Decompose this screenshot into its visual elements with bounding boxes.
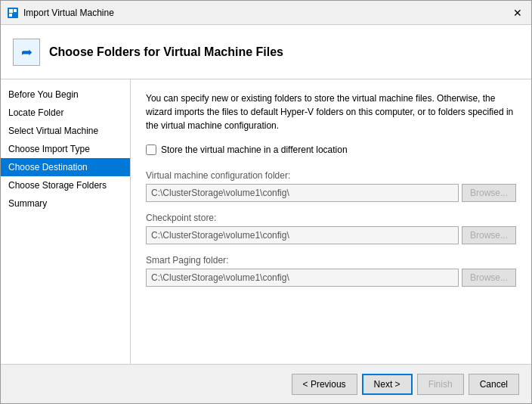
description-text: You can specify new or existing folders … bbox=[146, 92, 516, 132]
previous-button[interactable]: < Previous bbox=[292, 374, 357, 395]
header-icon: ➦ bbox=[13, 39, 40, 66]
sidebar-item-select-vm[interactable]: Select Virtual Machine bbox=[1, 122, 130, 140]
smart-paging-label: Smart Paging folder: bbox=[146, 255, 516, 266]
vm-config-row: Browse... bbox=[146, 184, 516, 202]
sidebar-item-summary[interactable]: Summary bbox=[1, 194, 130, 213]
header-title: Choose Folders for Virtual Machine Files bbox=[49, 45, 283, 59]
vm-config-label: Virtual machine configuration folder: bbox=[146, 170, 516, 181]
vm-config-browse-button[interactable]: Browse... bbox=[462, 184, 516, 202]
checkpoint-row: Browse... bbox=[146, 226, 516, 244]
smart-paging-input[interactable] bbox=[146, 269, 459, 287]
checkpoint-browse-button[interactable]: Browse... bbox=[462, 226, 516, 244]
footer: < Previous Next > Finish Cancel bbox=[1, 364, 531, 403]
title-bar: Import Virtual Machine ✕ bbox=[1, 1, 531, 25]
window-title: Import Virtual Machine bbox=[23, 8, 114, 18]
different-location-label[interactable]: Store the virtual machine in a different… bbox=[161, 145, 348, 155]
finish-button[interactable]: Finish bbox=[417, 374, 464, 395]
main-content: Before You Begin Locate Folder Select Vi… bbox=[1, 79, 531, 364]
vm-config-input[interactable] bbox=[146, 184, 459, 202]
close-button[interactable]: ✕ bbox=[510, 5, 525, 20]
different-location-row: Store the virtual machine in a different… bbox=[146, 145, 516, 155]
vm-config-folder-group: Virtual machine configuration folder: Br… bbox=[146, 170, 516, 202]
checkpoint-folder-group: Checkpoint store: Browse... bbox=[146, 213, 516, 244]
sidebar-item-choose-import-type[interactable]: Choose Import Type bbox=[1, 140, 130, 158]
checkpoint-label: Checkpoint store: bbox=[146, 213, 516, 223]
svg-rect-1 bbox=[9, 9, 13, 13]
header-section: ➦ Choose Folders for Virtual Machine Fil… bbox=[1, 25, 531, 79]
title-bar-left: Import Virtual Machine bbox=[7, 7, 114, 19]
cancel-button[interactable]: Cancel bbox=[469, 374, 519, 395]
sidebar-item-choose-destination[interactable]: Choose Destination bbox=[1, 158, 130, 176]
different-location-checkbox[interactable] bbox=[146, 145, 156, 155]
import-vm-window: Import Virtual Machine ✕ ➦ Choose Folder… bbox=[0, 0, 532, 404]
next-button[interactable]: Next > bbox=[362, 374, 413, 395]
svg-rect-3 bbox=[9, 14, 12, 17]
smart-paging-browse-button[interactable]: Browse... bbox=[462, 269, 516, 287]
svg-rect-2 bbox=[14, 9, 17, 12]
sidebar: Before You Begin Locate Folder Select Vi… bbox=[1, 79, 131, 364]
smart-paging-folder-group: Smart Paging folder: Browse... bbox=[146, 255, 516, 287]
window-icon bbox=[7, 7, 19, 19]
sidebar-item-before-you-begin[interactable]: Before You Begin bbox=[1, 85, 130, 104]
checkpoint-input[interactable] bbox=[146, 226, 459, 244]
sidebar-item-locate-folder[interactable]: Locate Folder bbox=[1, 104, 130, 122]
content-area: You can specify new or existing folders … bbox=[131, 79, 531, 364]
smart-paging-row: Browse... bbox=[146, 269, 516, 287]
sidebar-item-choose-storage-folders[interactable]: Choose Storage Folders bbox=[1, 176, 130, 194]
